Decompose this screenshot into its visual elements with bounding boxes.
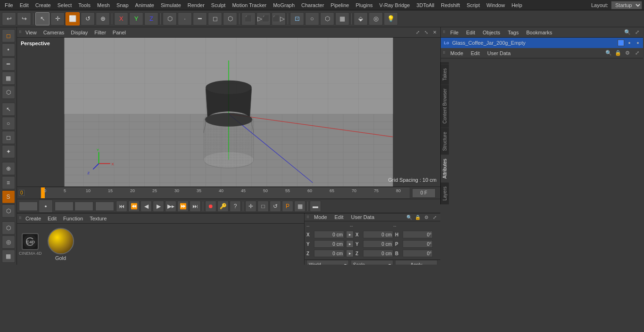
object-mode-button[interactable]: ⬡ bbox=[163, 12, 177, 25]
menu-snap[interactable]: Snap bbox=[114, 1, 132, 9]
axis-z-button[interactable]: Z bbox=[144, 12, 158, 25]
menu-edit[interactable]: Edit bbox=[17, 1, 32, 9]
auto-keyframe-btn[interactable]: 🔑 bbox=[217, 201, 229, 212]
vtab-layers[interactable]: Layers bbox=[441, 182, 449, 204]
timeline[interactable]: 0 0 5 10 15 20 25 30 35 40 45 50 55 60 6… bbox=[17, 186, 440, 199]
coord-x-arrow-btn[interactable]: ▸ bbox=[346, 231, 354, 238]
menu-character[interactable]: Character bbox=[298, 1, 327, 9]
coord-x-pos-input[interactable] bbox=[314, 231, 344, 238]
obj-search-icon[interactable]: 🔍 bbox=[623, 28, 632, 37]
obj-menu-bookmarks[interactable]: Bookmarks bbox=[523, 29, 555, 36]
axis-y-button[interactable]: Y bbox=[129, 12, 143, 25]
coord-p-rot-input[interactable] bbox=[403, 240, 433, 248]
coord-y-size-input[interactable] bbox=[363, 240, 393, 248]
sb-points-mode[interactable]: • bbox=[2, 43, 15, 57]
layout-select[interactable]: Startup bbox=[611, 1, 642, 9]
menu-motion-tracker[interactable]: Motion Tracker bbox=[229, 1, 269, 9]
axis-x-button[interactable]: X bbox=[114, 12, 128, 25]
menu-sculpt[interactable]: Sculpt bbox=[208, 1, 229, 9]
apply-button[interactable]: Apply bbox=[395, 260, 438, 265]
attr-expand-btn[interactable]: ⤢ bbox=[431, 213, 438, 221]
menu-3dtoall[interactable]: 3DToAll bbox=[413, 1, 437, 9]
next-frame-btn[interactable]: ⏩ bbox=[177, 201, 189, 212]
sb-material[interactable]: S bbox=[2, 190, 15, 203]
material-thumbnail[interactable] bbox=[48, 228, 74, 254]
sb-function-3[interactable]: ▦ bbox=[2, 250, 15, 263]
camera-button[interactable]: ○ bbox=[305, 12, 319, 25]
start-frame-input[interactable]: 0 F bbox=[55, 202, 74, 211]
attr-right-userdata[interactable]: User Data bbox=[485, 49, 514, 57]
obj-color-0[interactable] bbox=[618, 40, 624, 46]
menu-tools[interactable]: Tools bbox=[75, 1, 93, 9]
menu-mograph[interactable]: MoGraph bbox=[270, 1, 297, 9]
coord-z-arrow-btn[interactable]: ▸ bbox=[346, 250, 354, 257]
polygon-mode-button[interactable]: ◻ bbox=[208, 12, 222, 25]
coord-h-rot-input[interactable] bbox=[403, 231, 433, 238]
vtab-attributes[interactable]: Attributes bbox=[441, 154, 449, 182]
play-btn[interactable]: ▶ bbox=[153, 201, 164, 212]
help-btn[interactable]: ? bbox=[230, 201, 241, 212]
coord-y-arrow-btn[interactable]: ▸ bbox=[346, 240, 354, 248]
go-end-btn[interactable]: ⏭ bbox=[190, 201, 201, 212]
menu-window[interactable]: Window bbox=[484, 1, 508, 9]
sculpt-button[interactable]: ▦ bbox=[335, 12, 349, 25]
coord-z-pos-input[interactable] bbox=[314, 250, 344, 257]
sb-uvw-mode[interactable]: ⬡ bbox=[2, 86, 15, 99]
step-back-btn[interactable]: ◀ bbox=[140, 201, 152, 212]
menu-script[interactable]: Script bbox=[464, 1, 483, 9]
menu-mesh[interactable]: Mesh bbox=[94, 1, 113, 9]
material-item[interactable]: Gold bbox=[48, 228, 74, 261]
end-frame-input[interactable]: 90 F bbox=[95, 202, 114, 211]
attr-right-settings-icon[interactable]: ⚙ bbox=[623, 49, 632, 57]
attr-right-mode[interactable]: Mode bbox=[447, 49, 466, 57]
point-mode-button[interactable]: · bbox=[178, 12, 192, 25]
coord-b-rot-input[interactable] bbox=[403, 250, 433, 257]
motion-clip-btn[interactable]: ▬ bbox=[310, 201, 321, 212]
obj-row-0[interactable]: Lo Glass_Coffee_Jar_200g_Empty ● ● bbox=[441, 38, 643, 48]
vp-menu-display[interactable]: Display bbox=[68, 29, 91, 36]
vtab-structure[interactable]: Structure bbox=[441, 128, 449, 155]
scale-dropdown[interactable]: Scale ▾ bbox=[351, 260, 393, 265]
obj-menu-tags[interactable]: Tags bbox=[505, 29, 521, 36]
sb-tool-1[interactable]: ↖ bbox=[2, 103, 15, 116]
attr-settings-btn[interactable]: ⚙ bbox=[422, 213, 430, 221]
mat-menu-function[interactable]: Function bbox=[60, 215, 86, 222]
timeline-frame-input[interactable] bbox=[412, 188, 436, 198]
mat-menu-texture[interactable]: Texture bbox=[87, 215, 109, 222]
attr-menu-edit[interactable]: Edit bbox=[332, 213, 347, 221]
key-grid-btn[interactable]: ▦ bbox=[294, 201, 305, 212]
viewport-canvas[interactable]: X Y Z Perspective Grid Spacing : 10 cm bbox=[17, 38, 440, 186]
display-mode-button[interactable]: 💡 bbox=[384, 12, 398, 25]
menu-file[interactable]: File bbox=[2, 1, 16, 9]
select-tool-button[interactable]: ↖ bbox=[35, 12, 50, 25]
menu-render[interactable]: Render bbox=[185, 1, 207, 9]
coord-z-size-input[interactable] bbox=[363, 250, 393, 257]
sb-tool-4[interactable]: ✦ bbox=[2, 145, 15, 158]
sb-function-1[interactable]: ⬡ bbox=[2, 221, 15, 235]
sb-axis-1[interactable]: ⊕ bbox=[2, 162, 15, 175]
keyframe-record-btn[interactable]: ● bbox=[39, 200, 53, 213]
timeline-ruler[interactable]: 0 5 10 15 20 25 30 35 40 45 50 55 60 65 … bbox=[40, 187, 410, 199]
obj-menu-objects[interactable]: Objects bbox=[480, 29, 503, 36]
vp-restore-btn[interactable]: ⤡ bbox=[422, 29, 430, 36]
menu-pipeline[interactable]: Pipeline bbox=[328, 1, 352, 9]
render-all-button[interactable]: ⬛▷ bbox=[272, 12, 286, 25]
attr-right-search-icon[interactable]: 🔍 bbox=[604, 49, 613, 57]
sb-tool-3[interactable]: ◻ bbox=[2, 131, 15, 144]
rotate-tool-button[interactable]: ↺ bbox=[81, 12, 95, 25]
vp-expand-btn[interactable]: ⤢ bbox=[414, 29, 421, 36]
edge-mode-button[interactable]: ━ bbox=[193, 12, 207, 25]
menu-redshift[interactable]: Redshift bbox=[438, 1, 462, 9]
menu-plugins[interactable]: Plugins bbox=[353, 1, 375, 9]
world-coord-button[interactable]: ⊡ bbox=[290, 12, 304, 25]
record-btn[interactable]: ⏺ bbox=[205, 201, 216, 212]
coord-x-size-input[interactable] bbox=[363, 231, 393, 238]
move-keyframe-button[interactable]: ⬡ bbox=[320, 12, 334, 25]
world-dropdown[interactable]: World ▾ bbox=[306, 260, 349, 265]
key-record-btn[interactable]: P bbox=[282, 201, 293, 212]
sb-object-mode[interactable]: ◻ bbox=[2, 29, 15, 42]
vp-menu-cameras[interactable]: Cameras bbox=[41, 29, 67, 36]
mat-menu-edit[interactable]: Edit bbox=[45, 215, 59, 222]
snap-button[interactable]: ⬙ bbox=[354, 12, 368, 25]
undo-button[interactable]: ↩ bbox=[2, 12, 16, 25]
